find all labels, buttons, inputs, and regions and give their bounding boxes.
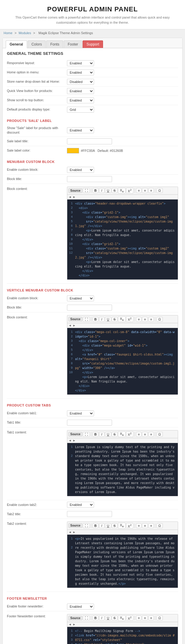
tab2-underline-btn[interactable]: U (105, 523, 111, 528)
vertical-strike-btn[interactable]: S (112, 317, 117, 322)
home-option-menu-select[interactable]: EnabledDisabled (67, 69, 94, 75)
newsletter-code[interactable]: <!-- Begin MailChimp Signup Form --> <li… (75, 629, 176, 644)
tab-footer[interactable]: Footer (64, 40, 82, 48)
editor-align-left-btn[interactable]: ≡ (136, 188, 141, 193)
vertical-enable-select[interactable]: EnabledDisabled (67, 295, 94, 301)
tab2-editor-content[interactable]: 12 <p>It was popularised in the 1960s wi… (67, 535, 178, 588)
editor-italic-btn[interactable]: I (99, 188, 105, 193)
editor-strike-btn[interactable]: S (112, 188, 117, 193)
tab1-code[interactable]: Lorem Ipsum is simply dummy text of the … (75, 445, 176, 494)
tab2-nav-next[interactable]: ► (73, 530, 76, 534)
tab2-align1-btn[interactable]: ≡ (136, 523, 141, 528)
tab-general[interactable]: General (6, 40, 27, 48)
newsletter-nav-prev[interactable]: ◄ (68, 623, 71, 626)
store-name-dropdown-select[interactable]: DisabledEnabled (67, 79, 94, 85)
tab1-align2-btn[interactable]: ≡ (142, 432, 147, 437)
enable-custom-tab1-select[interactable]: EnabledDisabled (67, 410, 94, 416)
vertical-align1-btn[interactable]: ≡ (136, 317, 141, 322)
tab2-subscript-btn[interactable]: Xa (118, 523, 125, 528)
editor-subscript-btn[interactable]: Xa (118, 188, 125, 193)
sale-color-swatch[interactable] (67, 148, 79, 153)
newsletter-align2-btn[interactable]: ≡ (142, 616, 147, 620)
tab2-source-btn[interactable]: Source (68, 523, 82, 528)
tab2-omega-btn[interactable]: Ω (156, 523, 162, 528)
tab1-superscript-btn[interactable]: X2 (126, 431, 133, 437)
editor-source-btn[interactable]: Source (68, 188, 82, 193)
newsletter-superscript-btn[interactable]: X2 (126, 615, 133, 621)
tab2-align2-btn[interactable]: ≡ (142, 523, 147, 528)
show-scroll-top-select[interactable]: EnabledDisabled (67, 97, 94, 103)
vertical-source-btn[interactable]: Source (68, 317, 82, 321)
newsletter-bold-btn[interactable]: B (92, 616, 99, 620)
newsletter-subscript-btn[interactable]: Xa (118, 615, 125, 621)
tab1-bold-btn[interactable]: B (92, 432, 99, 437)
vertical-superscript-btn[interactable]: X2 (126, 316, 133, 322)
editor-underline-btn[interactable]: U (105, 188, 111, 193)
menubar-enable-select[interactable]: EnabledDisabled (67, 167, 94, 173)
newsletter-source-btn[interactable]: Source (68, 616, 82, 620)
vertical-editor-content[interactable]: 12345678910 <div class="mega-col col-sm-… (67, 328, 178, 394)
editor-nav-next[interactable]: ► (73, 195, 76, 199)
tab2-superscript-btn[interactable]: X2 (126, 523, 133, 529)
newsletter-align3-btn[interactable]: ≡ (148, 616, 154, 620)
tab-colors[interactable]: Colors (28, 40, 46, 48)
tab2-fullscreen-btn[interactable]: ⛶ (83, 523, 90, 528)
newsletter-underline-btn[interactable]: U (105, 616, 111, 620)
vertical-align3-btn[interactable]: ≡ (148, 317, 154, 322)
editor-bold-btn[interactable]: B (92, 188, 99, 193)
tab2-strike-btn[interactable]: S (112, 523, 117, 528)
tab-support[interactable]: Support (83, 40, 103, 48)
vertical-align2-btn[interactable]: ≡ (142, 317, 147, 322)
newsletter-align1-btn[interactable]: ≡ (136, 616, 141, 620)
newsletter-nav-next[interactable]: ► (73, 623, 76, 626)
tab1-subscript-btn[interactable]: Xa (118, 431, 125, 437)
newsletter-editor-content[interactable]: 123456789 <!-- Begin MailChimp Signup Fo… (67, 627, 178, 644)
newsletter-strike-btn[interactable]: S (112, 616, 117, 620)
vertical-italic-btn[interactable]: I (99, 317, 105, 322)
tab1-title-input[interactable]: Custom Tab1 (67, 420, 112, 426)
breadcrumb-home[interactable]: Home (4, 31, 12, 35)
breadcrumb-modules[interactable]: Modules (19, 31, 31, 35)
vertical-bold-btn[interactable]: B (92, 317, 99, 322)
sale-label-title-input[interactable]: Sale (67, 138, 112, 144)
menubar-block-title-input[interactable]: Custom (67, 176, 112, 182)
vertical-block-title-input[interactable]: Custom (67, 305, 112, 311)
tab2-title-input[interactable]: Custom Tab2 (67, 511, 112, 517)
vertical-subscript-btn[interactable]: Xa (118, 316, 125, 322)
editor-superscript-btn[interactable]: X2 (126, 188, 133, 193)
tab1-align1-btn[interactable]: ≡ (136, 432, 141, 437)
tab1-editor-content[interactable]: 12 Lorem Ipsum is simply dummy text of t… (67, 443, 178, 496)
editor-align-right-btn[interactable]: ≡ (148, 188, 154, 193)
newsletter-italic-btn[interactable]: I (99, 616, 105, 620)
quick-view-btn-select[interactable]: EnabledDisabled (67, 88, 94, 94)
show-sale-label-select[interactable]: EnabledDisabled (67, 127, 94, 133)
enable-footer-newsletter-select[interactable]: EnabledDisabled (67, 604, 94, 610)
vertical-nav-next[interactable]: ► (73, 324, 76, 327)
editor-nav-prev[interactable]: ◄ (68, 195, 71, 199)
editor-fullscreen-btn[interactable]: ⛶ (83, 188, 90, 193)
vertical-code[interactable]: <div class="mega-col col-sm-8" data-colw… (75, 330, 176, 393)
tab1-nav-prev[interactable]: ◄ (68, 439, 71, 442)
tab1-source-btn[interactable]: Source (68, 432, 82, 436)
tab2-nav-prev[interactable]: ◄ (68, 530, 71, 534)
vertical-fullscreen-btn[interactable]: ⛶ (83, 317, 90, 322)
vertical-underline-btn[interactable]: U (105, 317, 111, 322)
menubar-code[interactable]: <div class="header-nav-dropdown-wrapper … (75, 201, 176, 278)
tab1-omega-btn[interactable]: Ω (156, 432, 162, 437)
newsletter-omega-btn[interactable]: Ω (156, 616, 162, 620)
tab1-fullscreen-btn[interactable]: ⛶ (83, 432, 90, 437)
tab1-nav-next[interactable]: ► (73, 439, 76, 442)
vertical-nav-prev[interactable]: ◄ (68, 324, 71, 327)
tab2-bold-btn[interactable]: B (92, 523, 99, 528)
tab2-code[interactable]: <p>It was popularised in the 1960s with … (75, 536, 176, 586)
enable-custom-tab2-select[interactable]: EnabledDisabled (67, 502, 94, 508)
newsletter-fullscreen-btn[interactable]: ⛶ (83, 616, 90, 620)
tab1-align3-btn[interactable]: ≡ (148, 432, 154, 437)
default-products-display-select[interactable]: GridList (67, 107, 94, 113)
tab2-align3-btn[interactable]: ≡ (148, 523, 154, 528)
vertical-omega-btn[interactable]: Ω (156, 317, 162, 322)
tab1-underline-btn[interactable]: U (105, 432, 111, 437)
tab2-italic-btn[interactable]: I (99, 523, 105, 528)
responsive-layout-select[interactable]: EnabledDisabled (67, 60, 94, 66)
editor-omega-btn[interactable]: Ω (156, 188, 162, 193)
